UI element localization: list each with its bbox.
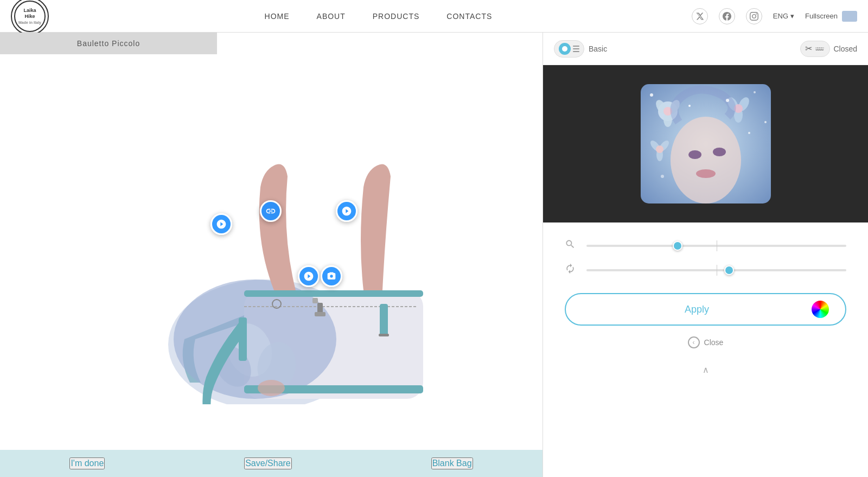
right-panel: Basic ✂ Closed — [542, 33, 868, 477]
svg-rect-20 — [312, 298, 318, 303]
preview-artwork — [635, 79, 776, 209]
svg-point-23 — [754, 91, 756, 93]
closed-label: Closed — [833, 44, 857, 53]
fullscreen-button[interactable]: Fullscreen — [805, 11, 857, 22]
hotspot-material-left[interactable] — [210, 213, 232, 235]
svg-rect-12 — [315, 312, 326, 316]
sub-header: Bauletto Piccolo — [0, 33, 217, 54]
controls-area: Apply ‹ Close ∧ — [543, 222, 868, 477]
rotate-slider-row — [565, 263, 846, 277]
instagram-icon[interactable] — [746, 8, 762, 24]
im-done-button[interactable]: I'm done — [69, 457, 105, 469]
nav-products[interactable]: PRODUCTS — [373, 12, 420, 21]
svg-point-28 — [713, 148, 726, 156]
left-panel: Bauletto Piccolo — [0, 33, 542, 477]
toggle-lines-icon — [573, 46, 579, 52]
right-panel-header: Basic ✂ Closed — [543, 33, 868, 65]
preview-image — [635, 79, 776, 209]
fullscreen-icon — [842, 11, 857, 22]
preview-area — [543, 65, 868, 222]
main-nav: HOME ABOUT PRODUCTS CONTACTS — [65, 12, 692, 21]
bottom-bar: I'm done Save/Share Blank Bag — [0, 450, 542, 477]
hotspot-camera[interactable] — [321, 265, 342, 287]
zoom-slider-thumb[interactable] — [673, 241, 682, 251]
header-right: ENG ▾ Fullscreen — [692, 8, 857, 24]
zoom-icon — [565, 239, 578, 252]
chevron-left-icon: ‹ — [688, 336, 700, 348]
close-row[interactable]: ‹ Close — [565, 336, 846, 348]
wave-icon — [814, 43, 825, 54]
rotate-slider-thumb[interactable] — [724, 265, 734, 275]
nav-home[interactable]: HOME — [265, 12, 290, 21]
svg-point-27 — [688, 150, 701, 159]
svg-text:Hike: Hike — [24, 14, 35, 19]
apply-button[interactable]: Apply — [565, 293, 846, 326]
closed-mode-toggle[interactable]: ✂ — [800, 41, 830, 57]
blank-bag-button[interactable]: Blank Bag — [431, 457, 473, 469]
hotspot-material-bottom[interactable] — [298, 265, 320, 287]
svg-rect-15 — [380, 304, 388, 336]
svg-point-25 — [661, 175, 664, 178]
svg-point-24 — [764, 121, 767, 123]
rotate-icon — [565, 263, 578, 277]
svg-text:Made in Italy: Made in Italy — [18, 21, 41, 25]
close-label: Close — [704, 338, 724, 347]
zoom-slider[interactable] — [586, 245, 846, 247]
nav-about[interactable]: ABOUT — [317, 12, 346, 21]
zoom-slider-row — [565, 239, 846, 252]
chevron-up-icon: ∧ — [703, 365, 709, 375]
hotspot-material-right[interactable] — [336, 200, 358, 222]
twitter-icon[interactable] — [692, 8, 708, 24]
svg-point-18 — [258, 380, 285, 396]
hotspot-link[interactable] — [260, 200, 282, 222]
facebook-icon[interactable] — [719, 8, 735, 24]
basic-label: Basic — [589, 44, 607, 53]
main-header: Laika Hike Made in Italy HOME ABOUT PROD… — [0, 0, 868, 33]
bag-view — [81, 90, 461, 415]
svg-rect-14 — [244, 290, 423, 297]
product-title: Bauletto Piccolo — [77, 39, 140, 48]
closed-toggle: ✂ Closed — [800, 41, 857, 57]
svg-point-22 — [650, 93, 653, 97]
svg-text:Laika: Laika — [23, 8, 36, 13]
svg-point-45 — [748, 132, 750, 134]
svg-point-44 — [726, 99, 729, 102]
bag-svg — [81, 90, 461, 404]
svg-rect-16 — [379, 334, 389, 336]
bag-area — [0, 54, 542, 450]
nav-contacts[interactable]: CONTACTS — [446, 12, 492, 21]
language-selector[interactable]: ENG ▾ — [773, 12, 794, 20]
collapse-row[interactable]: ∧ — [565, 359, 846, 380]
view-toggle-group: Basic — [554, 40, 607, 58]
apply-label: Apply — [582, 304, 812, 315]
svg-point-26 — [671, 117, 741, 203]
svg-point-42 — [656, 145, 663, 153]
save-share-button[interactable]: Save/Share — [244, 457, 292, 469]
toggle-active-dot — [559, 43, 571, 55]
rotate-slider[interactable] — [586, 269, 846, 271]
view-mode-toggle[interactable] — [554, 40, 584, 58]
scissors-icon: ✂ — [805, 43, 812, 54]
svg-point-43 — [688, 105, 691, 107]
svg-point-29 — [696, 169, 716, 178]
color-wheel-icon — [812, 301, 829, 318]
main-container: Bauletto Piccolo — [0, 33, 868, 477]
logo[interactable]: Laika Hike Made in Italy — [11, 0, 49, 35]
